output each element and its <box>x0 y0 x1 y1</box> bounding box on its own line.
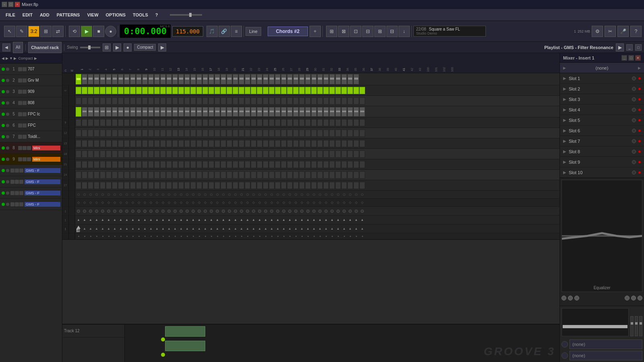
step-r8-33[interactable] <box>275 171 281 179</box>
tri-31[interactable]: ▲ <box>263 216 268 224</box>
play-btn[interactable]: ▶ <box>81 26 92 37</box>
step-r2-45[interactable] <box>347 97 353 105</box>
step-r6-28[interactable] <box>245 150 250 158</box>
step-r4-20[interactable] <box>196 130 202 137</box>
fader2-21[interactable] <box>208 107 214 117</box>
step-r5-34[interactable] <box>281 140 287 147</box>
step-r6-21[interactable] <box>202 150 208 158</box>
dot-42[interactable] <box>329 234 335 239</box>
step-r1-44[interactable] <box>341 87 347 94</box>
step-r1-37[interactable] <box>299 87 305 94</box>
dot-36[interactable] <box>293 234 299 239</box>
arrow2-47[interactable]: ◇ <box>359 200 365 206</box>
fader2-42[interactable] <box>335 107 341 117</box>
step-r3-27[interactable] <box>239 119 244 126</box>
step-r8-45[interactable] <box>347 171 353 179</box>
circ-0[interactable] <box>76 208 81 215</box>
step-r3-7[interactable] <box>118 119 124 126</box>
mark-28[interactable]: ▲ <box>245 225 250 232</box>
step-r7-28[interactable] <box>245 161 250 168</box>
step-r4-29[interactable] <box>251 130 256 137</box>
tc-mute12[interactable] <box>10 191 14 195</box>
arrow2-11[interactable]: ◇ <box>142 200 148 206</box>
playlist-nav[interactable]: ▶ <box>616 43 624 51</box>
fader2-41[interactable] <box>329 107 335 117</box>
playlist-block-1[interactable] <box>165 326 205 337</box>
fader-cell-16[interactable] <box>178 74 184 84</box>
step-r9-34[interactable] <box>281 182 287 189</box>
step-r1-17[interactable] <box>178 87 184 94</box>
step-r6-3[interactable] <box>94 150 99 158</box>
step-r2-13[interactable] <box>154 97 160 105</box>
step-r2-14[interactable] <box>160 97 166 105</box>
step-r7-22[interactable] <box>208 161 214 168</box>
fader2-3[interactable] <box>100 107 105 117</box>
main-fader-handle[interactable] <box>563 325 627 328</box>
fader-cell-23[interactable] <box>221 74 226 84</box>
step-r4-21[interactable] <box>202 130 208 137</box>
fader2-34[interactable] <box>287 107 293 117</box>
tc-solo6[interactable] <box>23 123 27 128</box>
fader2-28[interactable] <box>251 107 256 117</box>
step-r7-41[interactable] <box>323 161 329 168</box>
step-r6-19[interactable] <box>190 150 196 158</box>
step-r9-47[interactable] <box>359 182 365 189</box>
fader-cell-44[interactable] <box>347 74 353 84</box>
tri-33[interactable]: ▲ <box>275 216 281 224</box>
step-r8-44[interactable] <box>341 171 347 179</box>
tc-edit8[interactable] <box>27 146 31 150</box>
step-r8-18[interactable] <box>184 171 190 179</box>
tri-7[interactable]: ▲ <box>118 216 124 224</box>
cursor-tool[interactable]: ↖ <box>4 26 15 37</box>
bottom-icon-2[interactable] <box>561 352 568 359</box>
step-r3-22[interactable] <box>208 119 214 126</box>
step-r1-41[interactable] <box>323 87 329 94</box>
fader2-45[interactable] <box>353 107 359 117</box>
fader-cell-37[interactable] <box>305 74 311 84</box>
track-8[interactable]: 8 Mini <box>0 142 62 154</box>
step-r9-2[interactable] <box>88 182 93 189</box>
dot-3[interactable] <box>94 234 99 239</box>
arrow2-25[interactable]: ◇ <box>227 200 232 206</box>
step-r8-4[interactable] <box>100 171 105 179</box>
step-r3-24[interactable] <box>221 119 226 126</box>
tri-15[interactable]: ▲ <box>166 216 172 224</box>
step-r3-29[interactable] <box>251 119 256 126</box>
circ-2[interactable] <box>88 208 93 215</box>
fader2-43[interactable] <box>341 107 347 117</box>
dot-23[interactable] <box>215 234 220 239</box>
step-r5-4[interactable] <box>100 140 105 147</box>
mark-30[interactable]: ▲ <box>257 225 262 232</box>
dot-21[interactable] <box>202 234 208 239</box>
step-r5-2[interactable] <box>88 140 93 147</box>
step-r2-9[interactable] <box>130 97 136 105</box>
fader2-20[interactable] <box>202 107 208 117</box>
step-r3-5[interactable] <box>106 119 111 126</box>
fader2-5[interactable] <box>112 107 118 117</box>
step-r2-12[interactable] <box>148 97 154 105</box>
track-1[interactable]: 1 707 <box>0 64 62 75</box>
mark-2[interactable]: ▲ <box>88 225 93 232</box>
tc-mute10[interactable] <box>10 169 14 173</box>
step-r6-5[interactable] <box>106 150 111 158</box>
step-r1-13[interactable] <box>154 87 160 94</box>
arrow1-4[interactable]: ⬡ <box>100 191 105 198</box>
step-r5-11[interactable] <box>142 140 148 147</box>
step-r9-29[interactable] <box>251 182 256 189</box>
mark-35[interactable]: ▲ <box>287 225 293 232</box>
mark-22[interactable]: ▲ <box>208 225 214 232</box>
step-r5-31[interactable] <box>263 140 268 147</box>
step-r9-35[interactable] <box>287 182 293 189</box>
arrow1-1[interactable]: ⬡ <box>82 191 87 198</box>
step-r1-25[interactable] <box>227 87 232 94</box>
tc-solo3[interactable] <box>23 90 27 94</box>
arrow1-8[interactable]: ⬡ <box>124 191 130 198</box>
step-r5-21[interactable] <box>202 140 208 147</box>
circ-22[interactable] <box>208 208 214 215</box>
step-r3-35[interactable] <box>287 119 293 126</box>
step-r3-46[interactable] <box>353 119 359 126</box>
step-r2-40[interactable] <box>317 97 323 105</box>
mix-tool-3[interactable]: ⊡ <box>350 26 361 37</box>
tri-46[interactable]: ▲ <box>353 216 359 224</box>
arrow1-40[interactable]: ⬡ <box>317 191 323 198</box>
